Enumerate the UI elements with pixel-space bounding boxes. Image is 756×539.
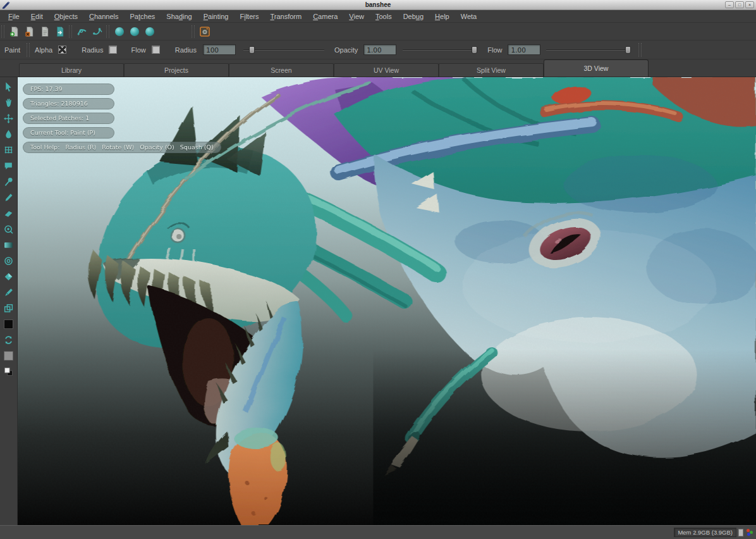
opacity-slider[interactable] (403, 46, 477, 54)
save-project-icon (39, 26, 51, 37)
menu-item[interactable]: Transform (264, 10, 307, 23)
background-color-swatch[interactable] (1, 348, 16, 363)
radial-falloff-tool-button[interactable] (1, 253, 16, 268)
menu-item[interactable]: Filters (234, 10, 264, 23)
brush-preset-1-icon (114, 26, 125, 37)
swap-colors-icon (3, 335, 14, 345)
radius-input[interactable] (203, 44, 236, 55)
warp-grid-icon (3, 145, 14, 156)
menu-item[interactable]: Camera (307, 10, 343, 23)
save-project-button[interactable] (37, 24, 52, 39)
pan-tool-button[interactable] (1, 95, 16, 110)
view-tab[interactable]: Library (19, 63, 124, 77)
title-bar: banshee – □ × (0, 0, 756, 10)
view-tab[interactable]: Split View (439, 63, 544, 77)
flow-slider[interactable] (546, 46, 631, 54)
move-tool-button[interactable] (1, 111, 16, 126)
select-tool-button[interactable] (1, 79, 16, 94)
import-archive-button[interactable] (52, 24, 68, 39)
hud-pill: Current Tool: Paint (P) (23, 127, 114, 139)
eraser-tool-button[interactable] (1, 206, 16, 221)
radius-slider[interactable] (243, 46, 324, 54)
toolbar-drag-handle[interactable] (1, 25, 4, 38)
menu-item[interactable]: File (3, 10, 25, 23)
view-tab[interactable]: UV View (334, 63, 439, 77)
viewport-hud: FPS: 17.39 Triangles: 2180916 Selected P… (23, 84, 221, 156)
flow-checkbox[interactable] (152, 46, 160, 54)
paint-through-tool-button[interactable] (1, 285, 16, 300)
close-project-button[interactable] (22, 24, 37, 39)
path-tool-button[interactable] (75, 24, 90, 39)
foreground-color-swatch[interactable] (1, 316, 16, 331)
pin-icon (3, 177, 14, 187)
paint-brush-tool-button[interactable] (1, 190, 16, 205)
flow-input[interactable] (508, 44, 540, 55)
opacity-input[interactable] (363, 44, 396, 55)
memory-indicator: Mem 2.9GB (3.9GB) (674, 528, 736, 537)
paintbar-drag-handle[interactable] (638, 43, 642, 57)
droplet-icon (3, 129, 14, 140)
top-toolbar (0, 23, 756, 40)
menu-item[interactable]: Tools (370, 10, 398, 23)
minimize-button[interactable]: – (725, 1, 734, 8)
menu-item[interactable]: Painting (198, 10, 235, 23)
opacity-slider-handle[interactable] (472, 46, 477, 54)
radius-label: Radius (175, 46, 197, 54)
menu-item[interactable]: Shading (161, 10, 197, 23)
gradient-icon (3, 240, 14, 251)
menu-item[interactable]: Channels (83, 10, 125, 23)
menu-item[interactable]: Patches (125, 10, 161, 23)
curve-tool-button[interactable] (90, 24, 105, 39)
3d-viewport[interactable]: FPS: 17.39 Triangles: 2180916 Selected P… (18, 77, 756, 525)
tool-shelf (0, 77, 18, 525)
menu-item[interactable]: View (343, 10, 370, 23)
patch-tool-button[interactable] (1, 158, 16, 173)
warp-grid-tool-button[interactable] (1, 142, 16, 158)
brush-preset-3-icon (144, 26, 155, 37)
view-tab[interactable]: Projects (124, 63, 229, 77)
patch-bubble-icon (3, 161, 14, 171)
menu-item[interactable]: Weta (455, 10, 482, 23)
brush-preset-2-button[interactable] (127, 24, 142, 39)
new-project-icon (9, 26, 20, 37)
alpha-checkbox[interactable] (58, 46, 66, 54)
projection-camera-button[interactable] (197, 24, 212, 39)
status-spacer (738, 529, 743, 536)
paintbar-drag-handle[interactable] (27, 43, 30, 57)
gradient-tool-button[interactable] (1, 237, 16, 252)
view-tab[interactable]: 3D View (544, 59, 649, 77)
toolbar-drag-handle[interactable] (69, 25, 72, 38)
brush-preset-1-button[interactable] (112, 24, 127, 39)
clone-stamp-tool-button[interactable] (1, 221, 16, 237)
opacity-label: Opacity (334, 46, 358, 54)
swap-colors-button[interactable] (1, 332, 16, 347)
reset-colors-icon (3, 366, 14, 377)
toolbar-drag-handle[interactable] (106, 25, 109, 38)
menu-item[interactable]: Objects (49, 10, 83, 23)
rgb-channels-icon (746, 529, 753, 536)
view-tab[interactable]: Screen (229, 63, 334, 77)
blur-tool-button[interactable] (1, 127, 16, 142)
menu-item[interactable]: Edit (25, 10, 49, 23)
menu-item[interactable]: Debug (398, 10, 429, 23)
window-title: banshee (0, 1, 756, 8)
brush-preset-3-button[interactable] (142, 24, 157, 39)
eraser-icon (3, 208, 14, 219)
radius-slider-handle[interactable] (249, 46, 255, 54)
hud-pill: FPS: 17.39 (23, 84, 114, 95)
copy-squares-icon (3, 303, 14, 314)
paint-brush-icon (3, 192, 14, 203)
new-project-button[interactable] (7, 24, 22, 39)
maximize-button[interactable]: □ (735, 1, 744, 8)
menu-item[interactable]: Help (429, 10, 455, 23)
copy-patch-tool-button[interactable] (1, 300, 16, 316)
vector-sphere-tool-button[interactable] (1, 269, 16, 284)
flow-slider-handle[interactable] (625, 46, 631, 54)
pan-hand-icon (3, 97, 14, 108)
close-button[interactable]: × (745, 1, 754, 8)
pin-tool-button[interactable] (1, 174, 16, 189)
toolbar-drag-handle[interactable] (192, 25, 195, 38)
projection-camera-icon (199, 26, 210, 37)
radius-checkbox[interactable] (109, 46, 117, 54)
reset-colors-button[interactable] (1, 364, 16, 379)
